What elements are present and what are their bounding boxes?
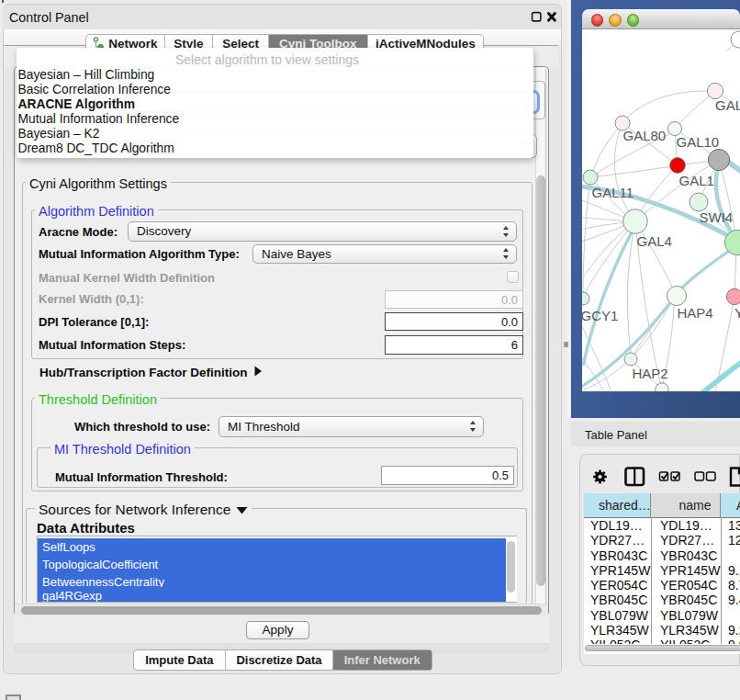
svg-text:GCY1: GCY1: [582, 308, 618, 323]
svg-text:GAL11: GAL11: [592, 185, 634, 200]
svg-text:GAL1: GAL1: [679, 173, 714, 188]
svg-text:HAP2: HAP2: [633, 366, 668, 381]
svg-text:GAL4: GAL4: [637, 233, 672, 249]
svg-text:GAL10: GAL10: [677, 134, 720, 150]
svg-text:YM: YM: [734, 305, 740, 321]
svg-text:HAP4: HAP4: [678, 305, 713, 321]
svg-text:SWI4: SWI4: [700, 209, 734, 225]
svg-text:GAL80: GAL80: [623, 128, 667, 143]
svg-text:GAL2: GAL2: [715, 97, 740, 113]
